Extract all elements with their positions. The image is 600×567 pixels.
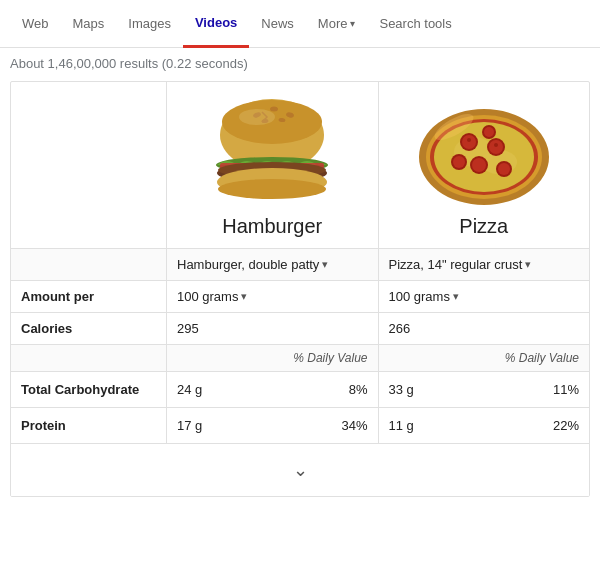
pizza-carb-pct: 11% — [553, 382, 579, 397]
results-info: About 1,46,00,000 results (0.22 seconds) — [0, 48, 600, 81]
pizza-name: Pizza — [459, 215, 508, 238]
protein-label: Protein — [11, 408, 166, 443]
amount-row: Amount per 100 grams ▾ 100 grams ▾ — [11, 281, 589, 313]
pizza-protein-value: 11 g — [389, 418, 414, 433]
nav-item-maps[interactable]: Maps — [61, 0, 117, 48]
hamburger-column: Hamburger — [166, 82, 378, 248]
nav-item-web[interactable]: Web — [10, 0, 61, 48]
svg-point-12 — [218, 179, 326, 199]
daily-header-row: % Daily Value % Daily Value — [11, 345, 589, 372]
hamburger-variety-select[interactable]: Hamburger, double patty ▾ — [177, 257, 328, 272]
pizza-amount: 100 grams ▾ — [378, 281, 590, 312]
calories-label: Calories — [11, 313, 166, 344]
nav-item-search-tools[interactable]: Search tools — [367, 0, 463, 48]
pizza-carbohydrate: 33 g 11% — [378, 372, 590, 407]
expand-button[interactable]: ⌄ — [273, 454, 328, 486]
carbohydrate-label: Total Carbohydrate — [11, 372, 166, 407]
pizza-protein-pct: 22% — [553, 418, 579, 433]
nav-item-videos[interactable]: Videos — [183, 0, 249, 48]
pizza-carb-value: 33 g — [389, 382, 414, 397]
pizza-amount-select[interactable]: 100 grams ▾ — [389, 289, 459, 304]
svg-point-34 — [419, 109, 549, 205]
hamburger-protein-value: 17 g — [177, 418, 202, 433]
more-caret-icon: ▾ — [350, 18, 355, 29]
hamburger-variety-cell: Hamburger, double patty ▾ — [166, 249, 378, 280]
hamburger-image — [202, 97, 342, 207]
svg-point-13 — [239, 109, 275, 125]
nav-bar: Web Maps Images Videos News More ▾ Searc… — [0, 0, 600, 48]
hamburger-amount: 100 grams ▾ — [166, 281, 378, 312]
hamburger-protein: 17 g 34% — [166, 408, 378, 443]
hamburger-carb-value: 24 g — [177, 382, 202, 397]
pizza-protein: 11 g 22% — [378, 408, 590, 443]
hamburger-calories: 295 — [166, 313, 378, 344]
protein-row: Protein 17 g 34% 11 g 22% — [11, 408, 589, 444]
pizza-daily-header: % Daily Value — [378, 345, 590, 371]
hamburger-amount-arrow: ▾ — [241, 290, 247, 303]
hamburger-daily-header: % Daily Value — [166, 345, 378, 371]
svg-point-1 — [222, 100, 322, 144]
hamburger-protein-pct: 34% — [341, 418, 367, 433]
pizza-amount-arrow: ▾ — [453, 290, 459, 303]
food-images-row: Hamburger — [11, 82, 589, 249]
expand-row: ⌄ — [11, 444, 589, 496]
chevron-down-icon: ⌄ — [293, 460, 308, 480]
pizza-variety-cell: Pizza, 14" regular crust ▾ — [378, 249, 590, 280]
hamburger-variety-arrow: ▾ — [322, 258, 328, 271]
nav-item-news[interactable]: News — [249, 0, 306, 48]
nav-item-images[interactable]: Images — [116, 0, 183, 48]
pizza-calories: 266 — [378, 313, 590, 344]
hamburger-amount-select[interactable]: 100 grams ▾ — [177, 289, 247, 304]
hamburger-name: Hamburger — [222, 215, 322, 238]
hamburger-carb-pct: 8% — [349, 382, 368, 397]
pizza-variety-select[interactable]: Pizza, 14" regular crust ▾ — [389, 257, 532, 272]
amount-label: Amount per — [11, 281, 166, 312]
pizza-column: Pizza — [378, 82, 590, 248]
comparison-card: Hamburger — [10, 81, 590, 497]
calories-row: Calories 295 266 — [11, 313, 589, 345]
variety-row: Hamburger, double patty ▾ Pizza, 14" reg… — [11, 249, 589, 281]
pizza-image — [414, 97, 554, 207]
pizza-variety-arrow: ▾ — [525, 258, 531, 271]
carbohydrate-row: Total Carbohydrate 24 g 8% 33 g 11% — [11, 372, 589, 408]
svg-point-3 — [270, 107, 278, 112]
variety-empty — [11, 249, 166, 280]
food-label-empty — [11, 82, 166, 248]
hamburger-carbohydrate: 24 g 8% — [166, 372, 378, 407]
daily-header-empty — [11, 345, 166, 371]
nav-item-more[interactable]: More ▾ — [306, 0, 368, 48]
